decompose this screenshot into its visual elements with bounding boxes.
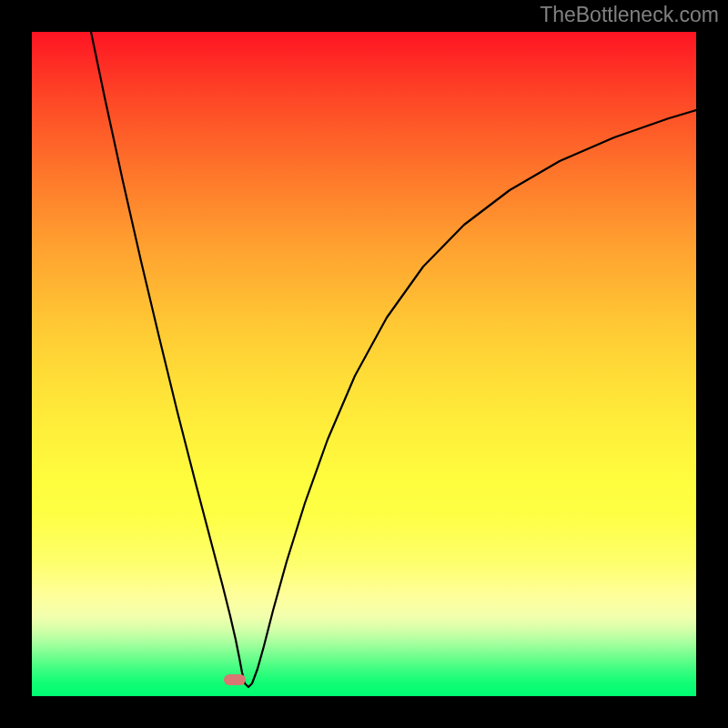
plot-area: [32, 32, 696, 696]
watermark-text: TheBottleneck.com: [540, 3, 719, 27]
optimal-point-marker: [224, 674, 246, 685]
chart-frame: TheBottleneck.com: [0, 0, 728, 728]
bottleneck-curve: [91, 32, 696, 687]
curve-svg: [32, 32, 696, 696]
